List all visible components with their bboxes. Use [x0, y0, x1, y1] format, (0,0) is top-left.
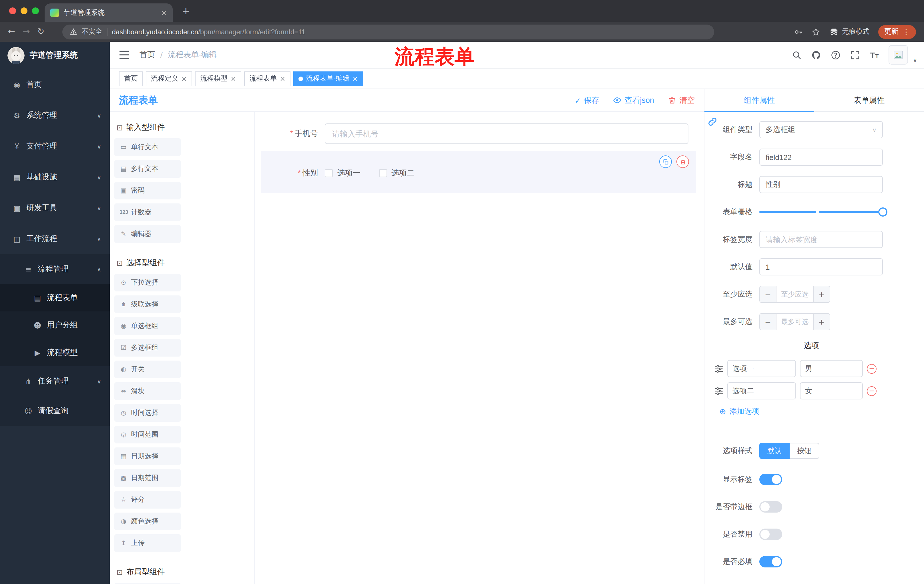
checkbox-box[interactable]	[325, 169, 333, 177]
sidebar-item-workflow[interactable]: ◫ 工作流程 ∧	[0, 224, 110, 254]
sidebar-item-process-form[interactable]: ▤ 流程表单	[0, 284, 110, 311]
window-controls[interactable]	[9, 7, 39, 14]
tag-close-icon[interactable]: ×	[280, 75, 285, 82]
hamburger-menu-icon[interactable]	[119, 50, 129, 59]
palette-item-textarea[interactable]: ▤多行文本	[114, 160, 181, 178]
browser-menu-icon[interactable]: ⋮	[903, 28, 910, 36]
reload-button[interactable]: ↻	[37, 28, 44, 36]
avatar[interactable]	[888, 45, 908, 64]
forward-button[interactable]: →	[23, 28, 30, 36]
caret-down-icon[interactable]: ∨	[913, 57, 917, 64]
palette-item-rate[interactable]: ☆评分	[114, 491, 181, 508]
sidebar-item-user-group[interactable]: ☻ 用户分组	[0, 311, 110, 339]
palette-item-checkbox-group[interactable]: ☑多选框组	[114, 339, 181, 357]
sidebar-item-system-mgmt[interactable]: ⚙ 系统管理 ∨	[0, 100, 110, 131]
increase-button[interactable]: +	[813, 314, 830, 330]
gender-option2-checkbox[interactable]: 选项二	[379, 168, 414, 178]
new-tab-button[interactable]: +	[182, 5, 190, 16]
palette-item-cascader[interactable]: ⋔级联选择	[114, 295, 181, 313]
palette-item-color-picker[interactable]: ◑颜色选择	[114, 513, 181, 530]
address-bar[interactable]: 不安全 dashboard.yudao.iocoder.cn/bpm/manag…	[62, 24, 714, 39]
tag-home[interactable]: 首页	[119, 71, 143, 86]
palette-item-upload[interactable]: ↥上传	[114, 534, 181, 552]
save-button[interactable]: ✓ 保存	[575, 95, 599, 105]
minimize-window-button[interactable]	[21, 7, 28, 14]
tag-close-icon[interactable]: ×	[181, 75, 187, 82]
tag-close-icon[interactable]: ×	[352, 75, 358, 82]
copy-field-button[interactable]	[659, 155, 672, 168]
decrease-button[interactable]: −	[760, 314, 776, 330]
view-json-button[interactable]: 查看json	[613, 95, 654, 105]
add-option-button[interactable]: ⊕ 添加选项	[719, 406, 915, 416]
tag-close-icon[interactable]: ×	[231, 75, 236, 82]
palette-item-row-container[interactable]: ◫行容器	[114, 583, 181, 584]
bookmark-star-icon[interactable]	[811, 27, 820, 36]
gender-option1-checkbox[interactable]: 选项一	[325, 168, 361, 178]
sidebar-logo[interactable]: 芋道管理系统	[0, 42, 110, 69]
component-type-select[interactable]: 多选框组 ∨	[759, 121, 883, 138]
palette-item-password[interactable]: ▣密码	[114, 182, 181, 199]
delete-field-button[interactable]	[676, 155, 689, 168]
palette-item-input-text[interactable]: ▭单行文本	[114, 138, 181, 156]
palette-item-time-picker[interactable]: ◷时间选择	[114, 404, 181, 422]
option1-value-input[interactable]	[800, 360, 863, 377]
checkbox-box[interactable]	[379, 169, 387, 177]
canvas-field-phone[interactable]: 手机号	[261, 123, 696, 144]
tab-component-props[interactable]: 组件属性	[705, 89, 814, 112]
slider-track[interactable]	[759, 211, 883, 213]
maximize-window-button[interactable]	[32, 7, 39, 14]
font-size-icon[interactable]: TT	[870, 51, 879, 59]
close-window-button[interactable]	[9, 7, 16, 14]
label-width-input[interactable]	[759, 231, 883, 248]
tag-process-model[interactable]: 流程模型 ×	[195, 71, 241, 86]
tab-close-icon[interactable]: ×	[161, 8, 167, 17]
palette-item-time-range[interactable]: ◶时间范围	[114, 426, 181, 443]
palette-item-slider[interactable]: ⇔滑块	[114, 382, 181, 400]
password-key-icon[interactable]	[794, 27, 802, 36]
sidebar-item-home[interactable]: ◉ 首页	[0, 69, 110, 100]
canvas-field-gender-selected[interactable]: 性别 选项一 选项二	[261, 151, 696, 193]
decrease-button[interactable]: −	[760, 286, 776, 302]
grid-slider[interactable]	[759, 204, 883, 220]
fullscreen-icon[interactable]	[851, 50, 860, 60]
option2-value-input[interactable]	[800, 382, 863, 400]
slider-handle[interactable]	[878, 207, 888, 217]
palette-item-date-range[interactable]: ▩日期范围	[114, 469, 181, 487]
breadcrumb-home[interactable]: 首页	[140, 50, 155, 60]
required-switch[interactable]	[759, 556, 782, 568]
option1-label-input[interactable]	[727, 360, 796, 377]
palette-item-editor[interactable]: ✎编辑器	[114, 225, 181, 243]
sidebar-item-leave-query[interactable]: ☺ 请假查询	[0, 396, 110, 426]
remove-option-button[interactable]: −	[867, 386, 876, 396]
phone-input[interactable]	[325, 123, 688, 144]
sidebar-item-task-mgmt[interactable]: ⋔ 任务管理 ∨	[0, 366, 110, 396]
palette-item-date-picker[interactable]: ▦日期选择	[114, 447, 181, 465]
browser-tab[interactable]: 芋道管理系统 ×	[45, 3, 173, 22]
sidebar-item-process-mgmt[interactable]: ≡ 流程管理 ∧	[0, 254, 110, 284]
max-select-input[interactable]	[776, 314, 813, 330]
palette-item-select[interactable]: ⊙下拉选择	[114, 274, 181, 291]
remove-option-button[interactable]: −	[867, 364, 876, 373]
help-icon[interactable]	[831, 50, 841, 60]
style-button-button[interactable]: 按钮	[790, 443, 819, 459]
option2-label-input[interactable]	[727, 382, 796, 400]
form-canvas[interactable]: 手机号 性别 选项一 选项二	[255, 112, 704, 584]
default-value-input[interactable]	[759, 258, 883, 275]
min-select-input[interactable]	[776, 286, 813, 302]
sidebar-item-process-model[interactable]: ▶ 流程模型	[0, 339, 110, 366]
github-icon[interactable]	[812, 50, 822, 60]
increase-button[interactable]: +	[813, 286, 830, 302]
drag-handle-icon[interactable]	[715, 364, 723, 373]
show-label-switch[interactable]	[759, 474, 782, 485]
palette-item-counter[interactable]: 123计数器	[114, 204, 181, 221]
sidebar-item-payment-mgmt[interactable]: ¥ 支付管理 ∨	[0, 131, 110, 162]
style-default-button[interactable]: 默认	[759, 443, 790, 459]
border-switch[interactable]	[759, 501, 782, 513]
drag-handle-icon[interactable]	[715, 387, 723, 395]
tab-form-props[interactable]: 表单属性	[814, 89, 924, 112]
palette-item-radio-group[interactable]: ◉单选框组	[114, 317, 181, 335]
field-name-input[interactable]	[759, 148, 883, 166]
title-input[interactable]	[759, 176, 883, 193]
tag-process-form[interactable]: 流程表单 ×	[244, 71, 290, 86]
tag-process-form-edit[interactable]: 流程表单-编辑 ×	[293, 71, 363, 86]
